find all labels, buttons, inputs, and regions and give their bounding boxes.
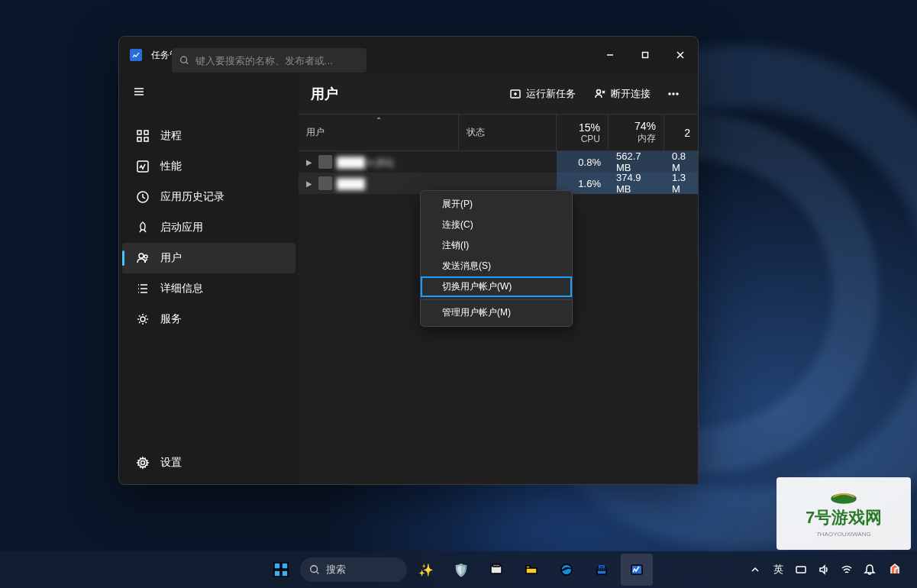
grid-icon xyxy=(136,129,150,143)
sidebar-item-performance[interactable]: 性能 xyxy=(122,151,295,182)
col-memory[interactable]: 74% 内存 xyxy=(609,115,664,150)
svg-point-13 xyxy=(669,93,670,95)
sidebar-item-history[interactable]: 应用历史记录 xyxy=(122,182,295,212)
svg-rect-19 xyxy=(282,563,288,569)
run-task-button[interactable]: 运行新任务 xyxy=(502,82,583,105)
notification-icon[interactable] xyxy=(859,557,880,582)
svg-rect-0 xyxy=(643,53,648,58)
sidebar-item-settings[interactable]: 设置 xyxy=(122,447,295,478)
svg-point-16 xyxy=(181,57,187,63)
avatar xyxy=(318,176,332,190)
table-row[interactable]: ▶ ████ n (51) 0.8% 562.7 MB 0.8 M xyxy=(299,151,698,173)
users-icon xyxy=(136,251,150,265)
svg-point-12 xyxy=(597,89,601,93)
ctx-manage-user[interactable]: 管理用户帐户(M) xyxy=(421,302,572,323)
table-header: ⌃ 用户 状态 15% CPU 74% 内存 2 xyxy=(299,115,698,151)
context-menu: 展开(P) 连接(C) 注销(I) 发送消息(S) 切换用户帐户(W) 管理用户… xyxy=(420,190,573,327)
more-button[interactable] xyxy=(661,83,686,105)
start-button[interactable] xyxy=(265,554,297,586)
sidebar: 进程 性能 应用历史记录 启动应用 用户 xyxy=(119,73,299,484)
svg-rect-3 xyxy=(137,137,141,141)
disconnect-label: 断开连接 xyxy=(611,87,651,101)
search-input[interactable] xyxy=(195,55,359,66)
svg-rect-18 xyxy=(274,563,280,569)
svg-point-7 xyxy=(139,254,144,258)
cell-net: 1.3 M xyxy=(664,173,698,194)
run-task-label: 运行新任务 xyxy=(526,87,576,101)
task-view-button[interactable] xyxy=(480,554,512,586)
cell-mem: 374.9 MB xyxy=(609,173,664,194)
svg-point-22 xyxy=(310,566,317,573)
shield-icon: 🛡️ xyxy=(454,563,469,577)
tray-app-icon[interactable] xyxy=(882,557,908,582)
search-input-container[interactable] xyxy=(172,48,366,73)
history-icon xyxy=(136,190,150,204)
chevron-right-icon[interactable]: ▶ xyxy=(306,179,314,188)
edge-button[interactable] xyxy=(551,554,583,586)
taskbar-search[interactable]: 搜索 xyxy=(300,557,407,582)
file-explorer-button[interactable] xyxy=(515,554,547,586)
cell-net: 0.8 M xyxy=(664,151,698,173)
svg-rect-21 xyxy=(282,570,288,577)
sidebar-item-startup[interactable]: 启动应用 xyxy=(122,212,295,243)
col-status[interactable]: 状态 xyxy=(459,115,557,150)
hamburger-button[interactable] xyxy=(119,79,299,107)
sidebar-item-label: 用户 xyxy=(160,251,182,265)
rocket-icon xyxy=(136,221,150,234)
svg-rect-20 xyxy=(274,570,280,577)
svg-point-14 xyxy=(673,93,674,95)
sidebar-item-details[interactable]: 详细信息 xyxy=(122,273,295,304)
maximize-button[interactable] xyxy=(628,37,663,73)
sidebar-item-label: 详细信息 xyxy=(160,282,203,296)
settings-icon xyxy=(136,456,150,470)
sort-indicator-icon: ⌃ xyxy=(376,116,382,124)
page-heading: 用户 xyxy=(311,85,338,103)
sidebar-item-processes[interactable]: 进程 xyxy=(122,121,295,151)
wifi-icon[interactable] xyxy=(836,557,857,582)
svg-point-8 xyxy=(144,255,147,258)
minimize-button[interactable] xyxy=(592,37,628,73)
disconnect-button[interactable]: 断开连接 xyxy=(586,82,658,105)
ctx-send-message[interactable]: 发送消息(S) xyxy=(421,256,572,276)
volume-icon[interactable] xyxy=(813,557,835,582)
sidebar-item-label: 启动应用 xyxy=(160,221,203,234)
col-cpu[interactable]: 15% CPU xyxy=(557,115,609,150)
task-manager-taskbar-button[interactable] xyxy=(621,554,653,586)
svg-rect-4 xyxy=(144,137,148,141)
app-icon xyxy=(130,49,142,61)
svg-point-15 xyxy=(676,93,678,95)
search-icon xyxy=(179,55,189,66)
sidebar-item-services[interactable]: 服务 xyxy=(122,304,295,334)
show-hidden-icons[interactable] xyxy=(744,557,766,582)
widgets-button[interactable]: ✨ xyxy=(410,554,442,586)
svg-rect-30 xyxy=(602,569,605,570)
toolbar: 用户 运行新任务 断开连接 xyxy=(299,73,698,115)
col-user[interactable]: ⌃ 用户 xyxy=(299,115,459,150)
ctx-expand[interactable]: 展开(P) xyxy=(421,194,572,215)
col-network[interactable]: 2 xyxy=(664,115,698,150)
close-button[interactable] xyxy=(663,37,698,73)
network-icon[interactable] xyxy=(790,557,812,582)
sidebar-item-label: 性能 xyxy=(160,160,182,173)
ctx-connect[interactable]: 连接(C) xyxy=(421,215,572,235)
sparkle-icon: ✨ xyxy=(418,563,434,577)
svg-rect-25 xyxy=(526,566,530,568)
task-manager-window: 任务管理器 进程 性能 应用历史记录 xyxy=(118,36,699,485)
chevron-right-icon[interactable]: ▶ xyxy=(306,158,314,166)
sidebar-item-label: 服务 xyxy=(160,312,182,326)
ime-indicator[interactable]: 英 xyxy=(767,557,789,582)
store-button[interactable] xyxy=(586,554,618,586)
svg-rect-24 xyxy=(492,564,500,567)
copilot-button[interactable]: 🛡️ xyxy=(445,554,477,586)
window-controls xyxy=(592,37,698,73)
ctx-switch-user[interactable]: 切换用户帐户(W) xyxy=(421,276,572,297)
sidebar-item-users[interactable]: 用户 xyxy=(122,243,295,273)
list-icon xyxy=(136,282,150,296)
cell-status xyxy=(459,151,557,173)
svg-rect-2 xyxy=(144,131,148,134)
ctx-signoff[interactable]: 注销(I) xyxy=(421,235,572,256)
cell-cpu: 0.8% xyxy=(557,151,609,173)
gear-icon xyxy=(136,312,150,326)
globe-icon xyxy=(828,489,859,505)
svg-rect-32 xyxy=(796,567,806,573)
